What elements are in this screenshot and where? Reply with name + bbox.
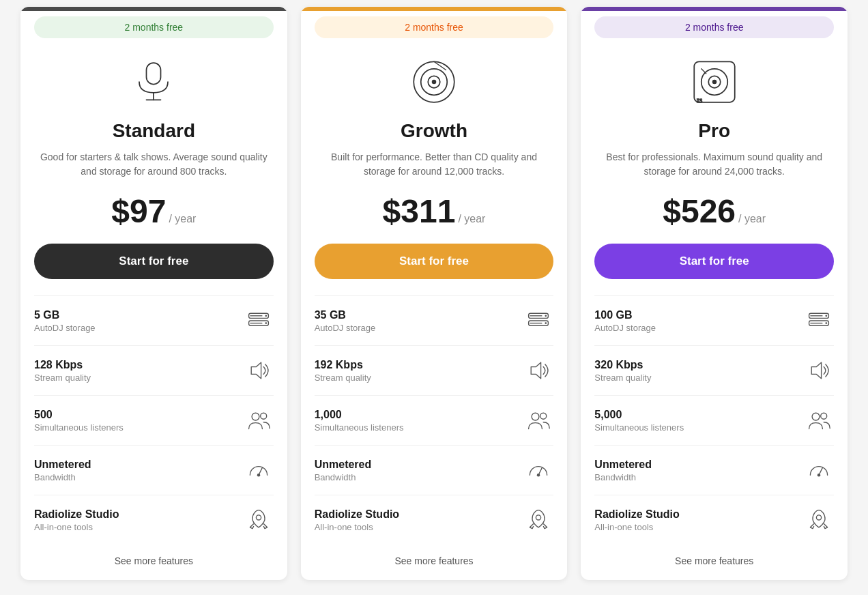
feature-item: Unmetered Bandwidth — [594, 445, 834, 495]
feature-label: Stream quality — [594, 373, 651, 383]
feature-label: All-in-one tools — [594, 522, 679, 532]
plan-card-growth: 2 months free Growth Built for performan… — [301, 7, 568, 580]
price-period: / year — [169, 213, 196, 225]
svg-line-36 — [701, 69, 706, 74]
gauge-icon — [246, 458, 271, 482]
feature-value: Radiolize Studio — [594, 508, 679, 521]
svg-point-10 — [252, 413, 259, 420]
feature-label: All-in-one tools — [34, 522, 119, 532]
feature-item: Radiolize Studio All-in-one tools — [34, 495, 274, 545]
plan-desc-standard: Good for starters & talk shows. Average … — [20, 150, 287, 179]
feature-text: 500 Simultaneous listeners — [34, 409, 124, 433]
plan-price-pro: $526 / year — [663, 192, 766, 230]
feature-text: 35 GB AutoDJ storage — [315, 309, 376, 333]
price-amount: $97 — [111, 192, 166, 230]
svg-point-14 — [256, 515, 261, 520]
feature-value: Unmetered — [315, 459, 372, 471]
svg-point-18 — [432, 80, 435, 83]
feature-value: 192 Kbps — [315, 359, 371, 371]
users-icon — [246, 408, 271, 433]
feature-label: Simultaneous listeners — [34, 422, 124, 433]
feature-value: 5,000 — [594, 409, 684, 421]
svg-rect-0 — [147, 63, 161, 85]
feature-value: Radiolize Studio — [34, 508, 119, 521]
see-more-growth[interactable]: See more features — [394, 555, 473, 566]
svg-point-46 — [821, 413, 827, 419]
feature-value: 500 — [34, 409, 124, 421]
feature-text: 5,000 Simultaneous listeners — [594, 409, 684, 433]
see-more-pro[interactable]: See more features — [675, 555, 753, 566]
svg-point-30 — [537, 474, 540, 477]
rocket-icon — [526, 508, 551, 532]
badge-growth: 2 months free — [315, 16, 554, 38]
svg-point-49 — [816, 515, 821, 520]
feature-label: AutoDJ storage — [594, 323, 656, 333]
feature-value: 1,000 — [315, 409, 404, 421]
feature-item: 500 Simultaneous listeners — [34, 395, 274, 445]
feature-text: Unmetered Bandwidth — [315, 459, 372, 482]
feature-value: 128 Kbps — [34, 359, 91, 371]
features-list-growth: 35 GB AutoDJ storage 192 Kbps Stream qua… — [301, 295, 568, 545]
feature-item: 128 Kbps Stream quality — [34, 345, 274, 395]
cta-button-pro[interactable]: Start for free — [594, 244, 834, 279]
svg-point-45 — [812, 413, 820, 420]
feature-label: All-in-one tools — [315, 522, 399, 532]
svg-point-35 — [712, 80, 716, 83]
plan-price-growth: $311 / year — [383, 192, 486, 230]
cta-button-growth[interactable]: Start for free — [315, 244, 554, 279]
speaker-icon — [807, 358, 831, 383]
feature-label: Simultaneous listeners — [315, 422, 404, 433]
features-list-standard: 5 GB AutoDJ storage 128 Kbps Stream qual… — [20, 295, 287, 545]
svg-marker-9 — [251, 362, 261, 378]
svg-marker-44 — [811, 362, 821, 378]
feature-item: Unmetered Bandwidth — [34, 445, 274, 495]
svg-marker-26 — [532, 362, 541, 378]
svg-point-23 — [545, 322, 547, 324]
feature-text: 320 Kbps Stream quality — [594, 359, 651, 383]
feature-label: AutoDJ storage — [315, 323, 376, 333]
svg-point-31 — [536, 515, 541, 520]
plan-card-pro: 2 months free IS Pro Best for profession… — [581, 7, 848, 580]
gauge-icon — [807, 458, 831, 482]
cta-button-standard[interactable]: Start for free — [34, 244, 274, 279]
plan-name-standard: Standard — [113, 120, 195, 142]
feature-item: 5,000 Simultaneous listeners — [594, 395, 834, 445]
storage-icon — [246, 308, 271, 333]
feature-item: 35 GB AutoDJ storage — [315, 295, 554, 345]
feature-value: Unmetered — [34, 459, 91, 471]
feature-label: Bandwidth — [315, 472, 372, 482]
svg-point-48 — [818, 474, 821, 477]
rocket-icon — [246, 508, 271, 532]
feature-text: Unmetered Bandwidth — [34, 459, 91, 482]
price-amount: $526 — [663, 192, 736, 230]
svg-point-22 — [545, 315, 547, 317]
plan-card-standard: 2 months free Standard Good for starters… — [20, 7, 287, 580]
feature-text: 100 GB AutoDJ storage — [594, 309, 656, 333]
plan-desc-pro: Best for professionals. Maximum sound qu… — [581, 150, 848, 179]
price-amount: $311 — [383, 192, 456, 230]
feature-text: Radiolize Studio All-in-one tools — [594, 508, 679, 532]
plan-desc-growth: Built for performance. Better than CD qu… — [301, 150, 568, 179]
plan-icon-standard — [126, 55, 181, 109]
feature-value: 35 GB — [315, 309, 376, 321]
storage-icon — [807, 308, 831, 333]
svg-point-41 — [825, 322, 827, 324]
plan-price-standard: $97 / year — [111, 192, 196, 230]
plan-icon-pro: IS — [687, 55, 742, 109]
feature-text: Radiolize Studio All-in-one tools — [315, 508, 399, 532]
microphone-icon — [130, 58, 177, 106]
svg-text:IS: IS — [696, 98, 701, 104]
gauge-icon — [526, 458, 551, 482]
feature-text: 128 Kbps Stream quality — [34, 359, 91, 383]
plan-name-pro: Pro — [698, 120, 730, 142]
feature-text: 1,000 Simultaneous listeners — [315, 409, 404, 433]
feature-label: Stream quality — [315, 373, 371, 383]
svg-point-28 — [540, 413, 547, 419]
plan-icon-growth — [407, 55, 461, 109]
badge-pro: 2 months free — [594, 16, 834, 38]
speaker-icon — [246, 358, 271, 383]
see-more-standard[interactable]: See more features — [115, 555, 193, 566]
feature-value: 100 GB — [594, 309, 656, 321]
svg-point-40 — [825, 315, 827, 317]
storage-icon — [526, 308, 551, 333]
